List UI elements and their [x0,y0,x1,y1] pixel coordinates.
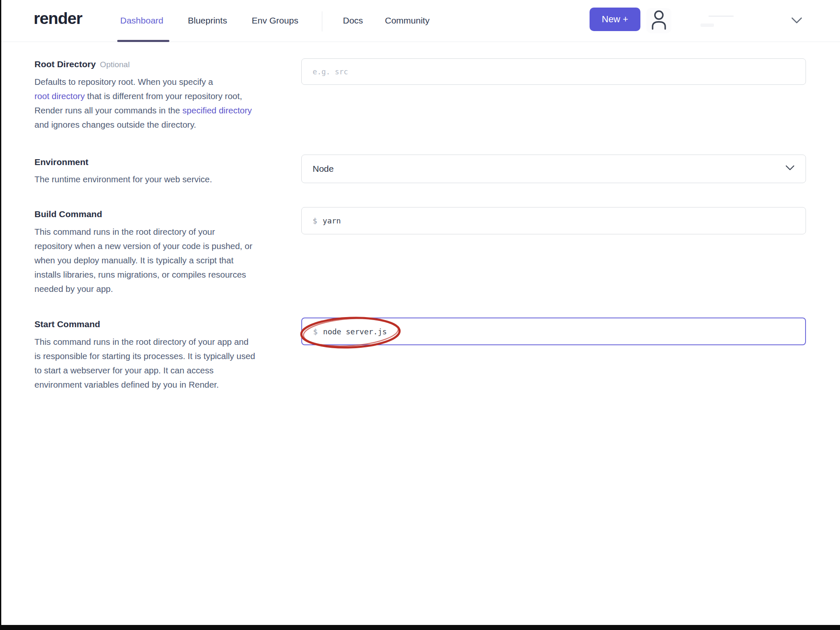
root-directory-label: Root DirectoryOptional [34,59,130,69]
shell-prompt-prefix: $ [313,327,318,336]
account-name-redacted [700,24,714,27]
build-command-description: This command runs in the root directory … [34,225,252,296]
nav-tab-env-groups[interactable]: Env Groups [252,16,298,26]
inline-link[interactable]: specified directory [182,105,252,115]
nav-link-docs[interactable]: Docs [343,16,363,26]
build-command-value: yarn [323,216,341,225]
build-command-label: Build Command [34,209,102,219]
root-directory-description: Defaults to repository root. When you sp… [34,75,252,132]
top-navigation-bar: render Dashboard Blueprints Env Groups D… [0,0,840,42]
active-tab-underline [117,40,169,42]
chevron-down-icon [785,165,795,173]
inline-link[interactable]: root directory [34,91,85,101]
account-menu-chevron-down-icon[interactable] [791,16,803,26]
new-button[interactable]: New + [590,8,640,31]
render-dashboard-page: render Dashboard Blueprints Env Groups D… [0,0,840,630]
root-directory-field [301,58,806,85]
start-command-description: This command runs in the root directory … [34,335,255,392]
render-logo[interactable]: render [34,9,82,28]
start-command-value: node server.js [323,327,387,336]
screenshot-edge-bottom [0,625,840,630]
optional-badge: Optional [100,60,130,69]
environment-select[interactable]: Node [301,155,806,183]
nav-link-community[interactable]: Community [385,16,429,26]
nav-divider [322,11,322,32]
environment-description: The runtime environment for your web ser… [34,172,212,186]
start-command-field[interactable]: $ node server.js [301,318,806,345]
root-directory-input[interactable] [313,68,795,76]
user-account-button[interactable] [646,8,671,33]
screenshot-edge-left [0,0,1,630]
start-command-label: Start Command [34,319,100,329]
nav-tab-dashboard[interactable]: Dashboard [120,16,163,26]
account-name-redacted [708,16,734,17]
nav-tab-blueprints[interactable]: Blueprints [188,16,227,26]
build-command-field[interactable]: $ yarn [301,207,806,234]
user-icon [649,9,669,32]
environment-label: Environment [34,157,88,167]
environment-selected-value: Node [313,164,334,174]
shell-prompt-prefix: $ [313,216,317,225]
